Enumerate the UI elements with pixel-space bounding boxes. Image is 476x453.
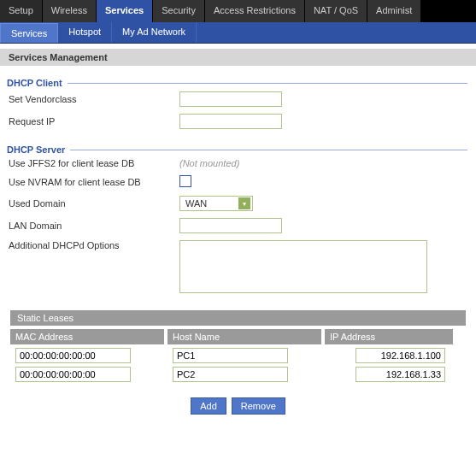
requestip-input[interactable]	[179, 114, 282, 129]
page-body: Services Management DHCP Client Set Vend…	[0, 44, 476, 432]
tab-nat-qos[interactable]: NAT / QoS	[305, 0, 367, 22]
add-button[interactable]: Add	[191, 397, 226, 415]
chevron-down-icon: ▾	[238, 197, 250, 209]
lease-mac-input[interactable]	[15, 348, 131, 363]
addopts-textarea[interactable]	[179, 240, 427, 293]
top-nav: Setup Wireless Services Security Access …	[0, 0, 476, 22]
subtab-my-ad-network[interactable]: My Ad Network	[112, 22, 197, 43]
lease-ip-input[interactable]	[356, 348, 445, 363]
subtab-hotspot[interactable]: Hotspot	[58, 22, 112, 43]
used-domain-select[interactable]: WAN ▾	[179, 196, 253, 211]
sub-nav: Services Hotspot My Ad Network	[0, 22, 476, 44]
requestip-label: Request IP	[9, 116, 179, 126]
col-mac-header: MAC Address	[10, 329, 164, 344]
nvram-label: Use NVRAM for client lease DB	[9, 177, 179, 187]
tab-access-restrictions[interactable]: Access Restrictions	[205, 0, 305, 22]
lease-mac-input[interactable]	[15, 367, 131, 382]
lease-row	[10, 367, 466, 382]
lease-row	[10, 348, 466, 363]
dhcp-client-group: DHCP Client Set Vendorclass Request IP	[9, 78, 467, 132]
jffs2-value: (Not mounted)	[179, 158, 239, 168]
addopts-label: Additional DHCPd Options	[9, 240, 179, 250]
lease-ip-input[interactable]	[356, 367, 445, 382]
jffs2-label: Use JFFS2 for client lease DB	[9, 158, 179, 168]
dhcp-client-legend: DHCP Client	[5, 78, 68, 88]
lease-host-input[interactable]	[173, 367, 288, 382]
lan-domain-input[interactable]	[179, 218, 282, 233]
vendorclass-label: Set Vendorclass	[9, 94, 179, 104]
vendorclass-input[interactable]	[179, 91, 282, 107]
tab-services[interactable]: Services	[97, 0, 153, 22]
lan-domain-label: LAN Domain	[9, 221, 179, 231]
tab-setup[interactable]: Setup	[0, 0, 43, 22]
subtab-services[interactable]: Services	[0, 23, 58, 43]
dhcp-server-group: DHCP Server Use JFFS2 for client lease D…	[9, 144, 467, 298]
tab-administration[interactable]: Administ	[367, 0, 421, 22]
tab-security[interactable]: Security	[153, 0, 205, 22]
col-host-header: Host Name	[167, 329, 321, 344]
dhcp-server-legend: DHCP Server	[5, 144, 70, 155]
used-domain-value: WAN	[185, 198, 207, 209]
static-leases: Static Leases MAC Address Host Name IP A…	[10, 310, 466, 415]
page-title: Services Management	[0, 49, 476, 66]
remove-button[interactable]: Remove	[232, 397, 285, 415]
lease-host-input[interactable]	[173, 348, 288, 363]
nvram-checkbox[interactable]	[179, 175, 191, 187]
used-domain-label: Used Domain	[9, 198, 179, 209]
col-ip-header: IP Address	[325, 329, 453, 344]
tab-wireless[interactable]: Wireless	[43, 0, 97, 22]
leases-title: Static Leases	[10, 310, 466, 326]
